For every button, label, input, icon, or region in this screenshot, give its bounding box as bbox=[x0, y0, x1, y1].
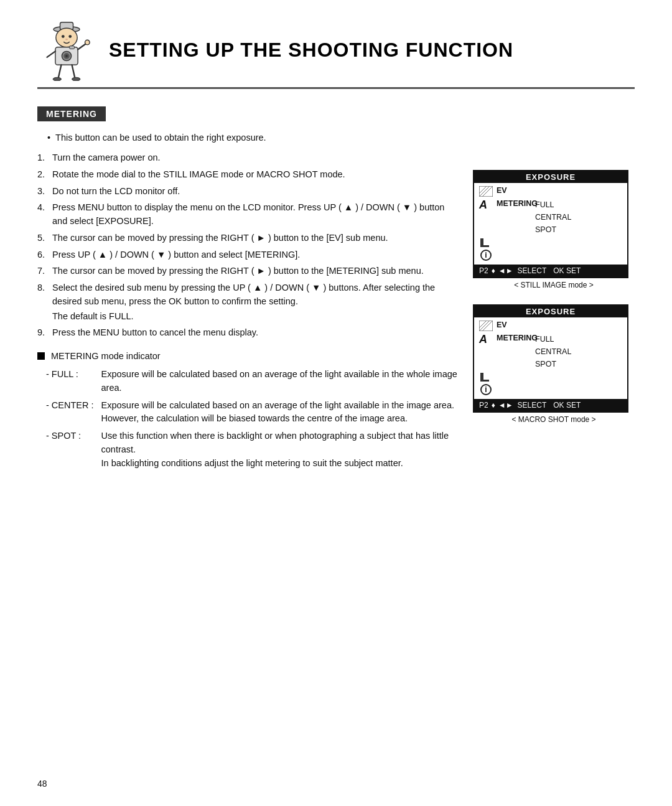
ev-label-still: EV bbox=[497, 186, 507, 195]
mode-spot-name: - SPOT : bbox=[44, 428, 99, 472]
section-label: METERING bbox=[37, 106, 106, 121]
l-icon-macro bbox=[479, 372, 497, 383]
svg-point-13 bbox=[85, 40, 90, 45]
metering-label-still: METERING bbox=[497, 199, 535, 208]
steps-list: 1.Turn the camera power on. 2.Rotate the… bbox=[37, 151, 454, 340]
metering-row-macro: A METERING FULL CENTRAL SPOT bbox=[474, 332, 627, 371]
svg-line-12 bbox=[78, 44, 86, 50]
step-1: 1.Turn the camera power on. bbox=[37, 151, 454, 165]
intro-bullet: This button can be used to obtain the ri… bbox=[37, 133, 454, 143]
a-icon-macro: A bbox=[479, 333, 497, 346]
mode-center-row: - CENTER : Exposure will be calculated b… bbox=[44, 397, 460, 428]
step-8: 8.Select the desired sub menu by pressin… bbox=[37, 281, 454, 323]
mode-center-name: - CENTER : bbox=[44, 397, 99, 428]
exposure-box-still: EXPOSURE bbox=[473, 170, 628, 278]
circle-icon-row-macro: i bbox=[474, 383, 627, 398]
svg-point-17 bbox=[72, 77, 80, 81]
circle-icon-macro: i bbox=[479, 384, 497, 395]
svg-point-3 bbox=[62, 35, 65, 38]
caption-still: < STILL IMAGE mode > bbox=[473, 281, 635, 289]
a-icon-still: A bbox=[479, 199, 497, 212]
svg-rect-29 bbox=[480, 380, 489, 382]
ev-label-macro: EV bbox=[497, 321, 507, 329]
svg-line-15 bbox=[72, 65, 75, 78]
l-icon-row-still bbox=[474, 237, 627, 249]
page: SETTING UP THE SHOOTING FUNCTION METERIN… bbox=[0, 0, 672, 806]
diagrams-column: EXPOSURE bbox=[473, 133, 635, 472]
l-icon-row-macro bbox=[474, 371, 627, 383]
svg-point-5 bbox=[65, 39, 68, 40]
mode-spot-row: - SPOT : Use this function when there is… bbox=[44, 428, 460, 472]
svg-point-2 bbox=[56, 28, 77, 47]
metering-label-macro: METERING bbox=[497, 333, 535, 342]
svg-point-4 bbox=[68, 35, 72, 38]
default-note: The default is FULL. bbox=[52, 310, 454, 324]
step-7: 7.The cursor can be moved by pressing th… bbox=[37, 265, 454, 278]
step-5: 5.The cursor can be moved by pressing th… bbox=[37, 232, 454, 245]
metering-values-macro: FULL CENTRAL SPOT bbox=[535, 333, 622, 370]
diagram-still: EXPOSURE bbox=[473, 170, 635, 289]
metering-values-still: FULL CENTRAL SPOT bbox=[535, 199, 622, 236]
page-title: SETTING UP THE SHOOTING FUNCTION bbox=[109, 39, 513, 62]
svg-rect-23 bbox=[480, 245, 489, 247]
step-2: 2.Rotate the mode dial to the STILL IMAG… bbox=[37, 168, 454, 182]
exposure-body-macro: EV A METERING FULL CENTRAL SPOT bbox=[474, 317, 627, 399]
l-icon-still bbox=[479, 237, 497, 248]
text-column: This button can be used to obtain the ri… bbox=[37, 133, 454, 472]
mode-full-desc: Exposure will be calculated based on an … bbox=[99, 366, 460, 397]
footer-macro: P2 ♦ ◄► SELECT OK SET bbox=[474, 399, 627, 411]
svg-point-9 bbox=[65, 55, 68, 57]
svg-point-16 bbox=[53, 77, 61, 81]
exposure-title-still: EXPOSURE bbox=[474, 171, 627, 183]
mode-full-row: - FULL : Exposure will be calculated bas… bbox=[44, 366, 460, 397]
metering-row-still: A METERING FULL CENTRAL SPOT bbox=[474, 198, 627, 237]
ev-row-macro: EV bbox=[474, 320, 627, 332]
page-number: 48 bbox=[37, 779, 47, 789]
hatch-icon-still bbox=[479, 186, 497, 197]
ev-row-still: EV bbox=[474, 185, 627, 198]
hatch-icon-macro bbox=[479, 321, 497, 331]
circle-icon-row-still: i bbox=[474, 249, 627, 263]
circle-icon-still: i bbox=[479, 250, 497, 261]
mode-full-name: - FULL : bbox=[44, 366, 99, 397]
metering-mode-header: METERING mode indicator bbox=[37, 351, 454, 361]
exposure-body-still: EV A METERING FULL CENTRAL SPOT bbox=[474, 183, 627, 265]
caption-macro: < MACRO SHOT mode > bbox=[473, 415, 635, 424]
step-6: 6.Press UP ( ▲ ) / DOWN ( ▼ ) button and… bbox=[37, 248, 454, 262]
exposure-title-macro: EXPOSURE bbox=[474, 306, 627, 317]
metering-modes: METERING mode indicator - FULL : Exposur… bbox=[37, 351, 454, 472]
content-area: This button can be used to obtain the ri… bbox=[37, 133, 635, 472]
black-square-icon bbox=[37, 352, 45, 360]
svg-line-14 bbox=[58, 65, 62, 78]
footer-still: P2 ♦ ◄► SELECT OK SET bbox=[474, 265, 627, 277]
mode-table: - FULL : Exposure will be calculated bas… bbox=[44, 366, 460, 472]
mode-center-desc: Exposure will be calculated based on an … bbox=[99, 397, 460, 428]
step-4: 4.Press MENU button to display the menu … bbox=[37, 201, 454, 228]
exposure-box-macro: EXPOSURE bbox=[473, 304, 628, 413]
mode-spot-desc: Use this function when there is backligh… bbox=[99, 428, 460, 472]
svg-rect-10 bbox=[70, 46, 75, 49]
step-9: 9.Press the MENU button to cancel the me… bbox=[37, 326, 454, 340]
step-3: 3.Do not turn the LCD monitor off. bbox=[37, 185, 454, 199]
diagram-macro: EXPOSURE bbox=[473, 304, 635, 424]
mascot-icon bbox=[37, 19, 96, 81]
svg-line-11 bbox=[47, 51, 55, 57]
page-header: SETTING UP THE SHOOTING FUNCTION bbox=[37, 19, 635, 89]
